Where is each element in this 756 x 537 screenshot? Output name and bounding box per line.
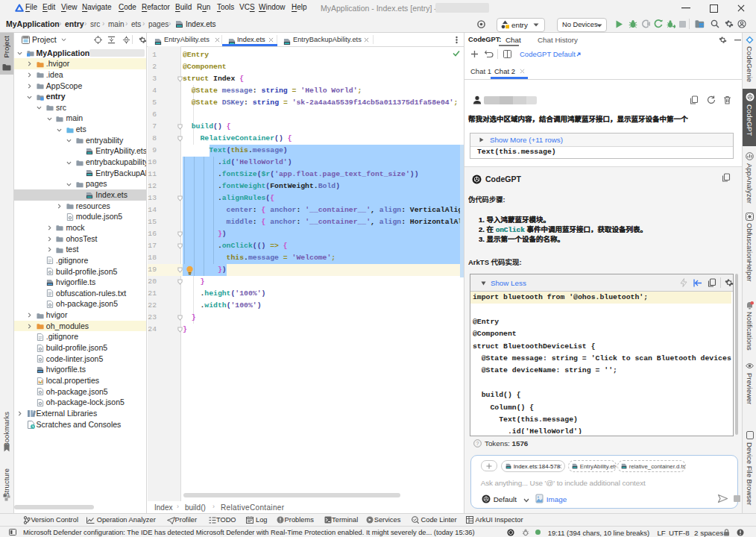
svg-text:?: ? [476, 441, 479, 446]
